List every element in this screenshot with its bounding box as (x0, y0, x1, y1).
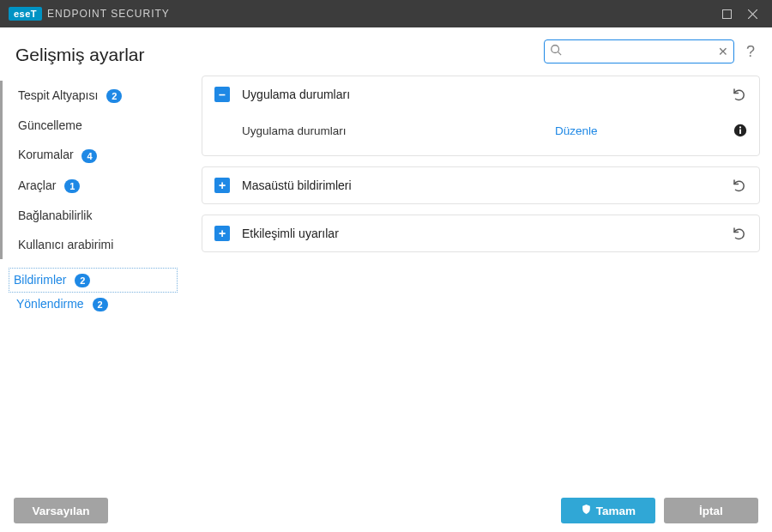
sidebar-badge: 2 (106, 89, 122, 103)
panel-interactive-alerts: + Etkileşimli uyarılar (202, 215, 760, 252)
search-input[interactable] (544, 39, 734, 63)
sidebar-item-detection-engine[interactable]: Tespit Altyapısı 2 (0, 81, 193, 111)
info-icon[interactable] (727, 124, 747, 137)
search-icon (550, 44, 562, 59)
panel-title: Etkileşimli uyarılar (242, 227, 720, 240)
sidebar-badge: 1 (64, 179, 80, 193)
settings-row: Uygulama durumları Düzenle (242, 118, 747, 143)
titlebar: eseT ENDPOINT SECURITY (0, 0, 772, 27)
sidebar-item-tools[interactable]: Araçlar 1 (0, 171, 193, 201)
svg-line-4 (558, 52, 562, 56)
footer: Varsayılan Tamam İptal (0, 489, 772, 532)
panel-title: Uygulama durumları (242, 88, 720, 101)
sidebar-item-label: Korumalar (18, 148, 74, 161)
undo-icon[interactable] (732, 178, 747, 193)
sidebar-item-label: Güncelleme (18, 118, 82, 132)
sidebar-subitem-notifications[interactable]: Bildirimler 2 (9, 268, 178, 293)
collapse-icon[interactable]: – (214, 87, 230, 102)
panel-header[interactable]: – Uygulama durumları (202, 76, 759, 112)
page-title: Gelişmiş ayarlar (0, 45, 193, 81)
sidebar-item-label: Kullanıcı arabirimi (18, 238, 113, 251)
shield-icon (581, 504, 592, 517)
panel-desktop-notifications: + Masaüstü bildirimleri (202, 166, 760, 204)
svg-rect-6 (739, 130, 741, 135)
svg-point-3 (552, 45, 559, 53)
sidebar-nav: Tespit Altyapısı 2 Güncelleme Korumalar … (0, 81, 193, 259)
sidebar-badge: 2 (75, 274, 90, 287)
edit-link[interactable]: Düzenle (555, 124, 598, 137)
defaults-button[interactable]: Varsayılan (14, 498, 108, 523)
svg-rect-0 (722, 9, 731, 18)
product-name: ENDPOINT SECURITY (47, 8, 170, 20)
sidebar-item-label: Araçlar (18, 178, 56, 192)
brand-badge: eseT (9, 7, 42, 21)
panel-header[interactable]: + Etkileşimli uyarılar (202, 215, 759, 251)
sidebar-item-label: Bağlanabilirlik (18, 209, 92, 222)
clear-icon[interactable]: ✕ (718, 45, 728, 58)
main-content: ✕ ? – Uygulama durumları Uygulama duruml… (193, 27, 772, 489)
sidebar-item-update[interactable]: Güncelleme (0, 111, 193, 140)
sidebar-item-label: Tespit Altyapısı (18, 88, 98, 102)
panel-title: Masaüstü bildirimleri (242, 178, 720, 192)
undo-icon[interactable] (732, 226, 747, 241)
sidebar-subitem-forwarding[interactable]: Yönlendirme 2 (9, 293, 193, 316)
ok-button[interactable]: Tamam (561, 498, 655, 523)
sidebar-item-label: Bildirimler (14, 273, 66, 287)
undo-icon[interactable] (732, 87, 747, 102)
topbar: ✕ ? (202, 39, 760, 63)
sidebar-item-label: Yönlendirme (16, 297, 84, 311)
panel-application-statuses: – Uygulama durumları Uygulama durumları … (202, 76, 760, 156)
cancel-button[interactable]: İptal (664, 498, 758, 523)
window-close-button[interactable] (739, 0, 765, 27)
svg-point-7 (739, 126, 741, 128)
expand-icon[interactable]: + (214, 226, 230, 241)
sidebar: Gelişmiş ayarlar Tespit Altyapısı 2 Günc… (0, 27, 193, 489)
search-wrap: ✕ (544, 39, 734, 63)
ok-button-label: Tamam (596, 505, 636, 517)
sidebar-badge: 4 (81, 149, 97, 163)
sidebar-item-user-interface[interactable]: Kullanıcı arabirimi (0, 230, 193, 259)
window-maximize-button[interactable] (714, 0, 739, 27)
sidebar-item-protections[interactable]: Korumalar 4 (0, 140, 193, 170)
row-label: Uygulama durumları (242, 124, 555, 137)
panel-header[interactable]: + Masaüstü bildirimleri (202, 167, 759, 203)
sidebar-item-connectivity[interactable]: Bağlanabilirlik (0, 201, 193, 230)
expand-icon[interactable]: + (214, 178, 230, 193)
help-button[interactable]: ? (743, 43, 758, 61)
sidebar-badge: 2 (93, 298, 108, 311)
